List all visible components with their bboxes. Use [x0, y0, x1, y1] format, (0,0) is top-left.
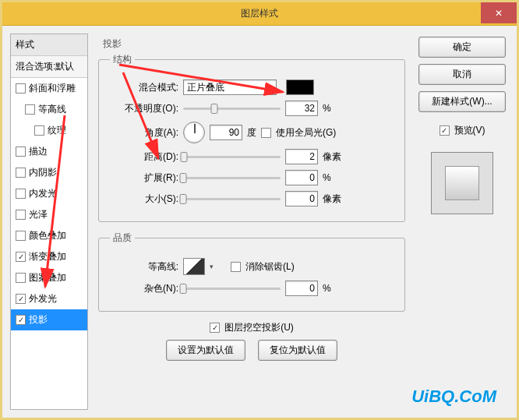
contour-picker[interactable] [183, 258, 205, 275]
opacity-label: 不透明度(O): [110, 102, 178, 115]
spread-unit: % [323, 172, 346, 183]
make-default-button[interactable]: 设置为默认值 [166, 340, 245, 361]
settings-panel: 投影 结构 混合模式: 正片叠底 ▾ 不透明度(O): % [94, 34, 409, 410]
ok-button[interactable]: 确定 [418, 37, 506, 58]
title-bar: 图层样式 ✕ [2, 2, 517, 26]
size-input[interactable] [285, 191, 318, 206]
opacity-slider[interactable] [183, 108, 281, 110]
knockout-checkbox[interactable] [210, 323, 220, 333]
antialias-label: 消除锯齿(L) [245, 260, 295, 274]
style-item-6[interactable]: 光泽 [11, 204, 87, 225]
knockout-label: 图层挖空投影(U) [224, 321, 294, 334]
style-item-label: 外发光 [29, 292, 57, 305]
global-light-checkbox[interactable] [261, 128, 271, 138]
style-item-10[interactable]: 外发光 [11, 288, 87, 309]
style-item-checkbox[interactable] [16, 231, 26, 241]
preview-checkbox[interactable] [440, 125, 450, 136]
structure-legend: 结构 [110, 53, 135, 66]
close-button[interactable]: ✕ [481, 2, 517, 23]
angle-dial[interactable] [183, 122, 205, 143]
angle-input[interactable] [210, 125, 242, 140]
style-item-checkbox[interactable] [16, 273, 26, 283]
opacity-unit: % [323, 103, 346, 114]
styles-header: 样式 [11, 34, 87, 56]
style-item-checkbox[interactable] [16, 294, 26, 304]
blend-mode-select[interactable]: 正片叠底 ▾ [183, 79, 277, 95]
cancel-button[interactable]: 取消 [418, 64, 506, 85]
spread-slider[interactable] [183, 177, 281, 179]
new-style-button[interactable]: 新建样式(W)... [418, 91, 506, 112]
quality-fieldset: 品质 等高线: ▾ 消除锯齿(L) 杂色(N): % [98, 231, 405, 312]
style-item-1[interactable]: 等高线 [11, 99, 87, 120]
shadow-color-swatch[interactable] [286, 79, 314, 95]
style-item-checkbox[interactable] [16, 146, 26, 157]
structure-fieldset: 结构 混合模式: 正片叠底 ▾ 不透明度(O): % 角度(A): [98, 53, 405, 222]
style-item-label: 投影 [29, 313, 48, 326]
noise-label: 杂色(N): [110, 282, 178, 295]
chevron-down-icon[interactable]: ▾ [210, 263, 214, 270]
style-item-label: 纹理 [48, 124, 66, 137]
style-item-checkbox[interactable] [16, 210, 26, 220]
style-item-8[interactable]: 渐变叠加 [11, 246, 87, 267]
style-item-checkbox[interactable] [16, 252, 26, 262]
right-panel: 确定 取消 新建样式(W)... 预览(V) [415, 34, 509, 410]
chevron-down-icon: ▾ [269, 83, 273, 91]
quality-legend: 品质 [110, 231, 135, 245]
style-item-checkbox[interactable] [34, 125, 44, 136]
styles-panel: 样式 混合选项:默认 斜面和浮雕等高线纹理描边内阴影内发光光泽颜色叠加渐变叠加图… [10, 34, 88, 410]
contour-label: 等高线: [110, 260, 178, 274]
style-item-label: 内阴影 [29, 166, 57, 179]
style-item-checkbox[interactable] [25, 104, 35, 115]
close-icon: ✕ [495, 8, 503, 19]
size-unit: 像素 [323, 192, 346, 206]
style-item-5[interactable]: 内发光 [11, 183, 87, 204]
distance-slider[interactable] [183, 156, 281, 158]
size-label: 大小(S): [110, 192, 178, 206]
style-item-11[interactable]: 投影 [11, 309, 87, 330]
style-item-0[interactable]: 斜面和浮雕 [11, 78, 87, 99]
noise-input[interactable] [285, 281, 318, 296]
blend-mode-label: 混合模式: [110, 81, 178, 94]
spread-input[interactable] [285, 170, 318, 185]
global-light-label: 使用全局光(G) [276, 126, 336, 139]
style-item-label: 图案叠加 [29, 271, 66, 284]
distance-label: 距离(D): [110, 150, 178, 164]
style-item-label: 斜面和浮雕 [29, 82, 76, 95]
style-item-4[interactable]: 内阴影 [11, 162, 87, 183]
preview-inner [445, 166, 479, 200]
style-item-9[interactable]: 图案叠加 [11, 267, 87, 288]
style-item-checkbox[interactable] [16, 168, 26, 178]
style-item-checkbox[interactable] [16, 83, 26, 94]
angle-deg: 度 [247, 126, 256, 139]
section-dropshadow: 投影 [103, 37, 405, 51]
distance-input[interactable] [285, 149, 318, 164]
style-item-label: 光泽 [29, 208, 48, 221]
reset-default-button[interactable]: 复位为默认值 [258, 340, 337, 361]
noise-unit: % [323, 283, 346, 294]
style-item-checkbox[interactable] [16, 189, 26, 199]
angle-label: 角度(A): [110, 126, 178, 139]
style-item-3[interactable]: 描边 [11, 141, 87, 162]
style-item-2[interactable]: 纹理 [11, 120, 87, 141]
style-item-label: 渐变叠加 [29, 250, 66, 263]
style-item-7[interactable]: 颜色叠加 [11, 225, 87, 246]
watermark: UiBQ.CoM [411, 386, 496, 407]
preview-label: 预览(V) [454, 124, 485, 137]
style-item-label: 等高线 [38, 103, 66, 116]
style-item-label: 描边 [29, 145, 48, 158]
distance-unit: 像素 [323, 150, 346, 164]
opacity-input[interactable] [285, 101, 318, 116]
style-item-label: 内发光 [29, 187, 57, 200]
size-slider[interactable] [183, 198, 281, 200]
window-title: 图层样式 [241, 7, 278, 20]
noise-slider[interactable] [183, 288, 281, 290]
style-item-checkbox[interactable] [16, 315, 26, 325]
antialias-checkbox[interactable] [231, 262, 241, 272]
spread-label: 扩展(R): [110, 171, 178, 185]
preview-swatch [431, 152, 493, 214]
blend-options-default[interactable]: 混合选项:默认 [11, 56, 87, 78]
style-item-label: 颜色叠加 [29, 229, 66, 242]
